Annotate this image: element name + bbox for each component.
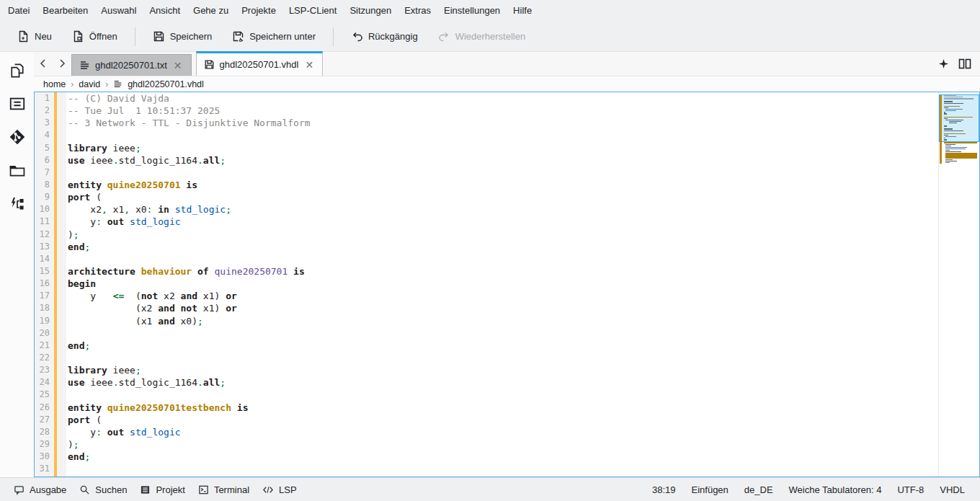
tab-label: ghdl20250701.txt [95, 60, 167, 71]
line-number: 24 [35, 376, 54, 389]
undo-icon [351, 30, 363, 43]
filesystem-toolview-button[interactable] [4, 159, 30, 181]
open-button[interactable]: Öffnen [65, 26, 125, 47]
cursor-position[interactable]: 38:19 [644, 484, 684, 495]
git-toolview-button[interactable] [4, 126, 30, 148]
save-icon [153, 30, 165, 43]
redo-icon [438, 30, 450, 43]
lsp-toggle-button[interactable]: LSP [256, 478, 303, 501]
line-number: 1 [35, 92, 54, 105]
save-button[interactable]: Speichern [146, 26, 220, 47]
line-number: 9 [35, 191, 54, 203]
code-line: 20 [35, 327, 938, 340]
line-number: 30 [35, 451, 54, 463]
minimap-scrollbar[interactable] [938, 92, 979, 476]
pin-icon [938, 58, 949, 69]
encoding-indicator[interactable]: UTF-8 [889, 484, 932, 495]
minimap-viewport[interactable] [939, 94, 979, 142]
pin-tabbar-button[interactable] [932, 51, 954, 76]
terminal-toggle-button[interactable]: Terminal [192, 478, 256, 501]
menu-datei[interactable]: Datei [1, 0, 36, 22]
code-line: 12); [35, 229, 938, 241]
line-number: 15 [35, 265, 54, 278]
code-area[interactable]: 1-- (C) David Vajda2-- Tue Jul 1 10:51:3… [35, 92, 938, 476]
syntax-mode-indicator[interactable]: VHDL [932, 484, 973, 495]
menu-hilfe[interactable]: Hilfe [507, 0, 538, 22]
code-line: 7 [35, 167, 938, 179]
menu-auswahl[interactable]: Auswahl [94, 0, 143, 22]
open-button-label: Öffnen [89, 31, 117, 42]
close-tab-icon[interactable]: ✕ [303, 59, 315, 71]
breadcrumb-david[interactable]: david [79, 79, 100, 89]
terminal-label: Terminal [214, 484, 249, 495]
breadcrumb-file[interactable]: ghdl20250701.vhdl [128, 79, 204, 89]
line-number: 19 [35, 315, 54, 327]
code-line: 29); [35, 438, 938, 451]
menu-lsp-client[interactable]: LSP-CLient [282, 0, 343, 22]
symbols-tree-icon [9, 193, 26, 213]
tab-ghdl20250701-vhdl[interactable]: ghdl20250701.vhdl ✕ [196, 51, 324, 76]
line-number: 17 [35, 290, 54, 302]
code-line: 13end; [35, 241, 938, 253]
text-document-icon [79, 60, 90, 71]
menu-einstellungen[interactable]: Einstellungen [437, 0, 507, 22]
code-line: 21end; [35, 340, 938, 352]
dictionary-indicator[interactable]: de_DE [736, 484, 781, 495]
history-forward-button[interactable] [53, 51, 71, 76]
breadcrumb-home[interactable]: home [43, 79, 66, 89]
code-line: 27port ( [35, 414, 938, 426]
breadcrumb-separator-icon: › [105, 79, 108, 89]
line-number: 8 [35, 179, 54, 191]
menu-sitzungen[interactable]: Sitzungen [343, 0, 398, 22]
project-toggle-button[interactable]: Projekt [133, 478, 191, 501]
line-number: 25 [35, 389, 54, 401]
menu-extras[interactable]: Extras [398, 0, 437, 22]
line-number: 28 [35, 426, 54, 438]
new-button[interactable]: Neu [10, 26, 59, 47]
line-number: 26 [35, 402, 54, 414]
menu-gehe-zu[interactable]: Gehe zu [187, 0, 235, 22]
toolbar-separator [333, 27, 334, 46]
redo-button[interactable]: Wiederherstellen [431, 26, 533, 47]
code-line: 25 [35, 389, 938, 401]
code-line: 31 [35, 463, 938, 475]
output-toggle-button[interactable]: Ausgabe [7, 478, 73, 501]
main-toolbar: Neu Öffnen Speichern Speichern unter Rüc… [0, 22, 980, 52]
chevron-left-icon [38, 58, 48, 68]
line-number: 4 [35, 129, 54, 141]
line-number: 2 [35, 105, 54, 117]
editor-view: 1-- (C) David Vajda2-- Tue Jul 1 10:51:3… [34, 92, 980, 477]
history-back-button[interactable] [34, 51, 53, 76]
menu-projekte[interactable]: Projekte [235, 0, 282, 22]
tab-ghdl20250701-txt[interactable]: ghdl20250701.txt ✕ [71, 54, 192, 76]
split-view-button[interactable] [954, 51, 976, 76]
code-line: 9port ( [35, 191, 938, 203]
left-sidebar [0, 52, 34, 477]
redo-button-label: Wiederherstellen [455, 31, 526, 42]
menu-bearbeiten[interactable]: Bearbeiten [36, 0, 94, 22]
breadcrumb-separator-icon: › [71, 79, 74, 89]
project-label: Projekt [156, 484, 184, 495]
tab-bar: ghdl20250701.txt ✕ ghdl20250701.vhdl ✕ [34, 52, 980, 76]
save-as-icon [232, 30, 244, 43]
undo-button[interactable]: Rückgängig [344, 26, 425, 47]
code-line: 14 [35, 253, 938, 265]
lsp-label: LSP [279, 484, 297, 495]
close-tab-icon[interactable]: ✕ [172, 60, 184, 71]
line-number: 31 [35, 463, 54, 475]
line-number: 6 [35, 154, 54, 167]
tab-settings-indicator[interactable]: Weiche Tabulatoren: 4 [781, 484, 890, 495]
outline-toolview-button[interactable] [4, 93, 30, 115]
line-number: 21 [35, 340, 54, 352]
lsp-symbols-toolview-button[interactable] [4, 192, 30, 214]
line-number: 14 [35, 253, 54, 265]
save-as-button[interactable]: Speichern unter [225, 26, 323, 47]
insert-mode-indicator[interactable]: Einfügen [684, 484, 736, 495]
menu-ansicht[interactable]: Ansicht [143, 0, 187, 22]
documents-toolview-button[interactable] [4, 60, 30, 81]
list-details-icon [9, 94, 26, 113]
line-number: 11 [35, 216, 54, 228]
search-toggle-button[interactable]: Suchen [73, 478, 133, 501]
tab-label: ghdl20250701.vhdl [220, 59, 299, 70]
line-number: 5 [35, 142, 54, 154]
